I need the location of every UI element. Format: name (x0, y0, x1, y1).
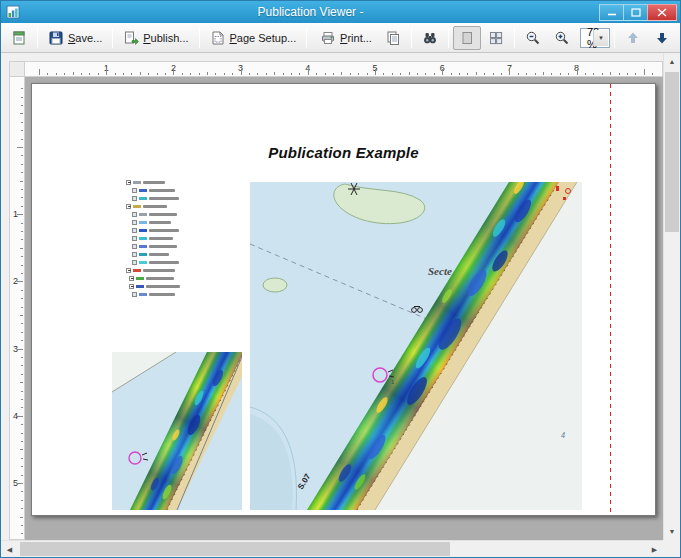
page-setup-button[interactable]: Page Setup... (204, 26, 303, 50)
save-button[interactable]: Save... (42, 26, 108, 50)
map-area-label: Secte (428, 265, 452, 277)
legend (126, 178, 226, 298)
scroll-down-icon: ▼ (669, 528, 676, 535)
scroll-right-button[interactable]: ▶ (646, 541, 663, 558)
document-viewport: Publication Example (25, 77, 663, 540)
legend-row (126, 210, 226, 218)
legend-row (126, 218, 226, 226)
document-icon (11, 30, 27, 46)
find-button[interactable] (416, 26, 444, 50)
vertical-scrollbar[interactable]: ▲ ▼ (663, 53, 680, 540)
minimize-icon (607, 8, 617, 17)
horizontal-ruler: 12345678 (25, 61, 663, 77)
horizontal-scroll-track[interactable] (18, 541, 646, 557)
toolbar-separator (514, 28, 515, 48)
horizontal-scrollbar[interactable]: ◀ ▶ (1, 540, 663, 557)
map-image-large: Secte (250, 182, 582, 510)
app-icon (5, 4, 21, 20)
chevron-down-icon: ▼ (598, 35, 604, 41)
save-icon (48, 30, 64, 46)
print-button[interactable]: Print... (314, 26, 378, 50)
next-page-icon (654, 30, 670, 46)
window-controls (600, 4, 677, 21)
content-row: 12345 Publication Example (1, 77, 663, 540)
scroll-left-button[interactable]: ◀ (1, 541, 18, 558)
bottom-row: ◀ ▶ (1, 540, 680, 557)
toolbar-separator (614, 28, 615, 48)
publish-icon (123, 30, 139, 46)
scroll-right-icon: ▶ (652, 546, 657, 554)
save-button-label: Save... (68, 32, 102, 44)
copy-icon (385, 30, 401, 46)
toolbar-separator (448, 28, 449, 48)
legend-row (126, 274, 226, 282)
zoom-in-icon (554, 30, 570, 46)
print-icon (320, 30, 336, 46)
window-title: Publication Viewer - (21, 5, 600, 19)
publish-button-label: Publish... (143, 32, 188, 44)
zoom-in-button[interactable] (548, 26, 576, 50)
legend-row (126, 202, 226, 210)
zoom-select[interactable]: 70 % ▼ (580, 28, 610, 48)
legend-row (126, 250, 226, 258)
maximize-button[interactable] (623, 4, 648, 21)
close-button[interactable] (647, 4, 677, 21)
main-area: 12345678 12345 Publication Example (1, 53, 680, 540)
horizontal-scrollbar-thumb[interactable] (20, 542, 450, 556)
page-setup-button-label: Page Setup... (230, 32, 297, 44)
ruler-corner (9, 61, 25, 77)
ruler-and-viewport: 12345678 12345 Publication Example (1, 53, 663, 540)
scroll-up-icon: ▲ (669, 58, 676, 65)
vertical-scroll-track[interactable] (664, 70, 680, 523)
page-title: Publication Example (32, 144, 655, 161)
toolbar-separator (411, 28, 412, 48)
legend-row (126, 226, 226, 234)
zoom-out-button[interactable] (519, 26, 547, 50)
single-page-icon (459, 30, 475, 46)
zoom-dropdown-button[interactable]: ▼ (593, 30, 608, 46)
legend-row (126, 234, 226, 242)
toolbar-separator (199, 28, 200, 48)
publication-page: Publication Example (31, 83, 656, 516)
close-icon (657, 8, 667, 17)
legend-row (126, 194, 226, 202)
title-bar: Publication Viewer - (1, 1, 680, 23)
scroll-down-button[interactable]: ▼ (664, 523, 680, 540)
gap-strip (1, 53, 663, 61)
document-button[interactable] (5, 26, 33, 50)
print-margin-guide (610, 84, 611, 515)
legend-row (126, 266, 226, 274)
ruler-row: 12345678 (1, 61, 663, 77)
binoculars-icon (422, 30, 438, 46)
scrollbar-corner (663, 540, 680, 557)
toolbar-separator (37, 28, 38, 48)
toolbar-separator (112, 28, 113, 48)
previous-page-button[interactable] (619, 26, 647, 50)
map-image-small (112, 352, 242, 510)
legend-row (126, 282, 226, 290)
multi-page-view-button[interactable] (482, 26, 510, 50)
scroll-up-button[interactable]: ▲ (664, 53, 680, 70)
legend-row (126, 178, 226, 186)
toolbar-separator (306, 28, 307, 48)
page-setup-icon (210, 30, 226, 46)
edge-strip (1, 61, 9, 77)
vertical-scrollbar-thumb[interactable] (665, 72, 679, 232)
minimize-button[interactable] (599, 4, 624, 21)
next-page-button[interactable] (648, 26, 676, 50)
copy-button[interactable] (379, 26, 407, 50)
edge-strip (1, 77, 9, 540)
legend-row (126, 186, 226, 194)
publication-viewer-window: Publication Viewer - (0, 0, 681, 558)
single-page-view-button[interactable] (453, 26, 481, 50)
zoom-out-icon (525, 30, 541, 46)
multi-page-icon (488, 30, 504, 46)
toolbar: Save... Publish... Page Setup... (1, 23, 680, 53)
print-button-label: Print... (340, 32, 372, 44)
depth-label-4: 4 (561, 431, 565, 440)
publish-button[interactable]: Publish... (117, 26, 194, 50)
scroll-left-icon: ◀ (7, 546, 12, 554)
vertical-ruler: 12345 (9, 77, 25, 540)
legend-row (126, 242, 226, 250)
maximize-icon (631, 8, 641, 17)
